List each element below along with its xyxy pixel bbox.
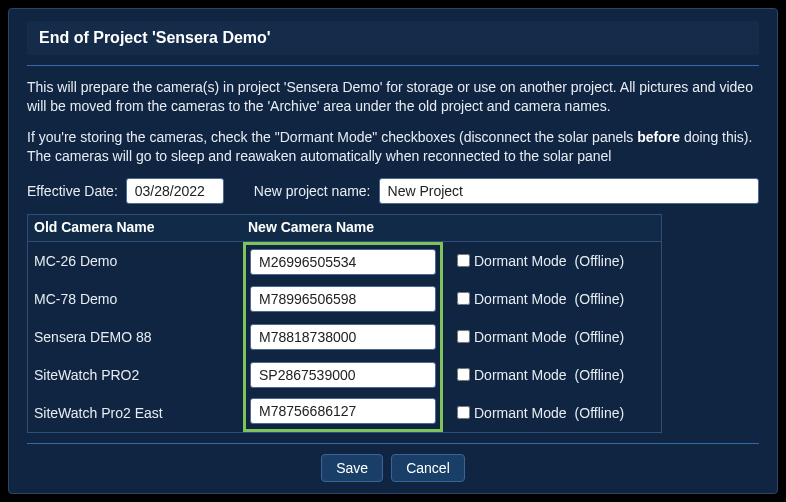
table-row: MC-78 Demo Dormant Mode (Offline) bbox=[28, 280, 661, 318]
dormant-mode-label: Dormant Mode bbox=[474, 329, 567, 345]
old-camera-name: MC-78 Demo bbox=[28, 291, 243, 307]
camera-status: (Offline) bbox=[567, 329, 625, 345]
effective-date-label: Effective Date: bbox=[27, 183, 118, 199]
divider-top bbox=[27, 65, 759, 66]
old-camera-name: SiteWatch PRO2 bbox=[28, 367, 243, 383]
table-row: Sensera DEMO 88 Dormant Mode (Offline) bbox=[28, 318, 661, 356]
new-camera-name-input[interactable] bbox=[250, 398, 436, 424]
new-camera-name-cell bbox=[243, 242, 443, 280]
camera-table: Old Camera Name New Camera Name MC-26 De… bbox=[27, 214, 662, 433]
old-camera-name: SiteWatch Pro2 East bbox=[28, 405, 243, 421]
table-row: SiteWatch PRO2 Dormant Mode (Offline) bbox=[28, 356, 661, 394]
dormant-mode-checkbox[interactable] bbox=[457, 330, 470, 343]
table-row: MC-26 Demo Dormant Mode (Offline) bbox=[28, 242, 661, 280]
dormant-mode-checkbox[interactable] bbox=[457, 254, 470, 267]
dormant-mode-label: Dormant Mode bbox=[474, 405, 567, 421]
new-camera-name-input[interactable] bbox=[250, 324, 436, 350]
dormant-mode-label: Dormant Mode bbox=[474, 253, 567, 269]
dormant-mode-cell[interactable]: Dormant Mode bbox=[443, 367, 567, 383]
table-row: SiteWatch Pro2 East Dormant Mode (Offlin… bbox=[28, 394, 661, 432]
new-camera-name-input[interactable] bbox=[250, 286, 436, 312]
description-paragraph-2: If you're storing the cameras, check the… bbox=[27, 128, 759, 166]
new-project-name-input[interactable] bbox=[379, 178, 759, 204]
form-row-top: Effective Date: New project name: bbox=[27, 178, 759, 204]
new-project-name-label: New project name: bbox=[254, 183, 371, 199]
old-camera-name: Sensera DEMO 88 bbox=[28, 329, 243, 345]
column-header-old-name: Old Camera Name bbox=[27, 214, 242, 242]
effective-date-input[interactable] bbox=[126, 178, 224, 204]
new-camera-name-cell bbox=[243, 318, 443, 356]
new-camera-name-input[interactable] bbox=[250, 249, 436, 275]
divider-bottom bbox=[27, 443, 759, 444]
dormant-mode-cell[interactable]: Dormant Mode bbox=[443, 253, 567, 269]
dormant-mode-checkbox[interactable] bbox=[457, 292, 470, 305]
table-body: MC-26 Demo Dormant Mode (Offline) MC-78 … bbox=[27, 242, 662, 433]
dormant-mode-label: Dormant Mode bbox=[474, 367, 567, 383]
camera-status: (Offline) bbox=[567, 291, 625, 307]
new-camera-name-cell bbox=[243, 394, 443, 432]
paragraph2-part-a: If you're storing the cameras, check the… bbox=[27, 129, 637, 145]
save-button[interactable]: Save bbox=[321, 454, 383, 482]
table-header: Old Camera Name New Camera Name bbox=[27, 214, 662, 242]
cancel-button[interactable]: Cancel bbox=[391, 454, 465, 482]
dormant-mode-checkbox[interactable] bbox=[457, 368, 470, 381]
old-camera-name: MC-26 Demo bbox=[28, 253, 243, 269]
column-header-new-name: New Camera Name bbox=[242, 214, 662, 242]
panel-title: End of Project 'Sensera Demo' bbox=[39, 29, 747, 47]
end-of-project-panel: End of Project 'Sensera Demo' This will … bbox=[8, 8, 778, 494]
camera-status: (Offline) bbox=[567, 367, 625, 383]
dormant-mode-cell[interactable]: Dormant Mode bbox=[443, 291, 567, 307]
action-bar: Save Cancel bbox=[27, 454, 759, 482]
new-camera-name-cell bbox=[243, 280, 443, 318]
camera-status: (Offline) bbox=[567, 405, 625, 421]
description-paragraph-1: This will prepare the camera(s) in proje… bbox=[27, 78, 759, 116]
new-camera-name-cell bbox=[243, 356, 443, 394]
new-camera-name-input[interactable] bbox=[250, 362, 436, 388]
camera-status: (Offline) bbox=[567, 253, 625, 269]
dormant-mode-checkbox[interactable] bbox=[457, 406, 470, 419]
paragraph2-bold: before bbox=[637, 129, 680, 145]
dormant-mode-label: Dormant Mode bbox=[474, 291, 567, 307]
panel-titlebar: End of Project 'Sensera Demo' bbox=[27, 21, 759, 55]
dormant-mode-cell[interactable]: Dormant Mode bbox=[443, 405, 567, 421]
dormant-mode-cell[interactable]: Dormant Mode bbox=[443, 329, 567, 345]
